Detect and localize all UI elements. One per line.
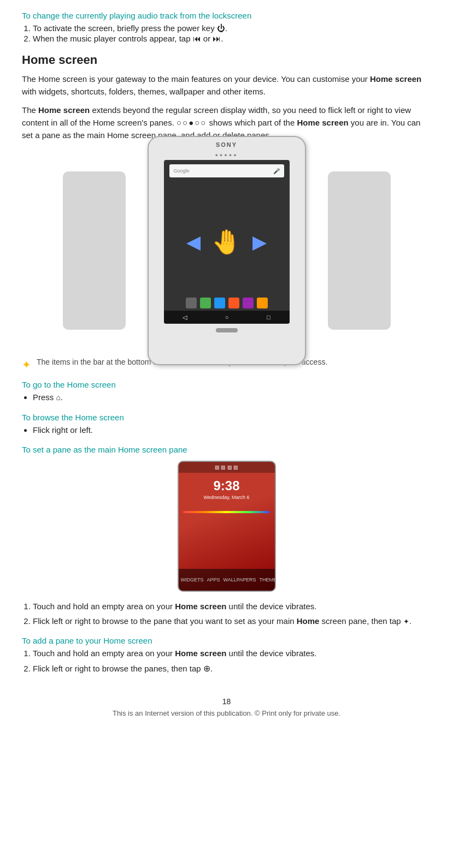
google-bar: Google 🎤 xyxy=(169,164,284,177)
second-device-container: ▨ ▨ ▨ ▨ 9:38 Wednesday, March 6 WIDGETS … xyxy=(22,461,431,592)
add-pane-heading: To add a pane to your Home screen xyxy=(22,636,431,645)
set-pane-heading: To set a pane as the main Home screen pa… xyxy=(22,445,431,454)
home-icon: ⌂ xyxy=(56,393,61,402)
top-link-text: To change the currently playing audio tr… xyxy=(22,11,251,20)
star-icon: ✦ xyxy=(403,617,409,626)
home-screen-para2-bold1: Home screen xyxy=(38,105,90,115)
top-teal-link: To change the currently playing audio tr… xyxy=(22,11,431,20)
second-device: ▨ ▨ ▨ ▨ 9:38 Wednesday, March 6 WIDGETS … xyxy=(178,461,276,592)
add-pane-step-2: Flick left or right to browse the panes,… xyxy=(33,662,431,675)
footer-text: This is an Internet version of this publ… xyxy=(22,709,431,717)
browse-home-bullet: Flick right or left. xyxy=(33,424,431,437)
go-home-heading: To go to the Home screen xyxy=(22,380,431,389)
sony-screen: Google 🎤 ◀ 🤚 ▶ xyxy=(164,160,290,324)
go-home-bullet: Press ⌂. xyxy=(33,391,431,404)
color-bar xyxy=(183,511,269,513)
second-device-bottom-bar: WIDGETS APPS WALLPAPERS THEMES xyxy=(179,569,275,591)
set-pane-step-2: Flick left or right to browse to the pan… xyxy=(33,615,431,628)
second-device-date: Wednesday, March 6 xyxy=(203,495,249,500)
set-pane-step2-bold: Home xyxy=(297,616,320,626)
sony-logo: SONY xyxy=(216,141,237,148)
home-screen-title: Home screen xyxy=(22,53,431,67)
second-device-clock: 9:38 xyxy=(213,478,239,494)
home-screen-para1: The Home screen is your gateway to the m… xyxy=(22,73,431,98)
sony-home-button xyxy=(216,328,238,332)
tip-icon: ✦ xyxy=(22,358,31,371)
arrow-right-icon: ▶ xyxy=(252,231,267,253)
screen-nav-bar: ◁ ○ □ xyxy=(164,311,290,324)
plus-circle-icon: ⊕ xyxy=(203,664,210,673)
set-pane-steps: Touch and hold an empty area on your Hom… xyxy=(33,601,431,627)
swipe-gesture: ◀ 🤚 ▶ xyxy=(186,228,267,256)
top-step-1: To activate the screen, briefly press th… xyxy=(33,23,431,33)
browse-home-heading: To browse the Home screen xyxy=(22,413,431,422)
home-screen-para1-bold: Home screen xyxy=(370,74,421,84)
browse-home-list: Flick right or left. xyxy=(33,424,431,437)
set-pane-step1-bold: Home screen xyxy=(175,602,226,611)
sony-phone: SONY ●●●●● Google 🎤 ◀ 🤚 ▶ xyxy=(148,136,306,365)
second-device-status: ▨ ▨ ▨ ▨ xyxy=(179,462,275,473)
top-steps: To activate the screen, briefly press th… xyxy=(33,23,431,43)
add-pane-step1-bold: Home screen xyxy=(175,649,226,658)
right-panel xyxy=(328,171,391,330)
go-home-list: Press ⌂. xyxy=(33,391,431,404)
home-screen-para2-bold2: Home screen xyxy=(297,118,348,127)
add-pane-steps: Touch and hold an empty area on your Hom… xyxy=(33,647,431,675)
left-panel xyxy=(63,171,126,330)
page-footer: 18 This is an Internet version of this p… xyxy=(22,697,431,717)
page-number: 18 xyxy=(22,697,431,706)
top-step-2: When the music player controls appear, t… xyxy=(33,34,431,43)
arrow-left-icon: ◀ xyxy=(186,231,201,253)
app-icons-row xyxy=(167,298,286,308)
sony-logo-row: SONY xyxy=(149,137,305,152)
add-pane-step-1: Touch and hold an empty area on your Hom… xyxy=(33,647,431,660)
device-image-container: SONY ●●●●● Google 🎤 ◀ 🤚 ▶ xyxy=(22,152,431,349)
pane-dots: ●●●●● xyxy=(215,152,238,158)
hand-swipe-icon: 🤚 xyxy=(211,228,242,256)
set-pane-step-1: Touch and hold an empty area on your Hom… xyxy=(33,601,431,613)
